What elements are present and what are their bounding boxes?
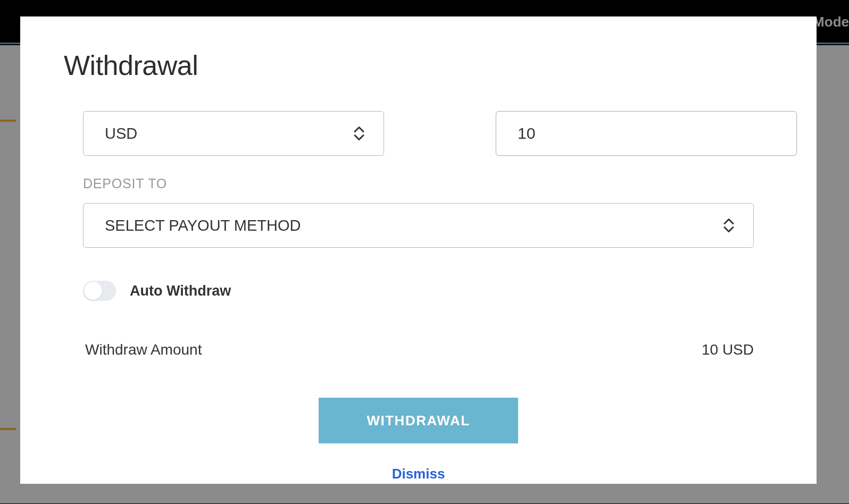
currency-select[interactable]: USD	[83, 111, 384, 156]
withdrawal-modal: Withdrawal USD DEPOSIT TO SELECT PAYOUT …	[20, 16, 817, 484]
amount-input-wrapper	[496, 111, 797, 156]
action-area: WITHDRAWAL Dismiss	[64, 398, 773, 482]
auto-withdraw-toggle[interactable]	[83, 281, 116, 301]
payout-row: SELECT PAYOUT METHOD	[64, 203, 773, 248]
chevron-updown-icon	[723, 218, 735, 233]
withdraw-amount-value: 10 USD	[702, 341, 754, 358]
currency-select-value: USD	[83, 111, 384, 156]
auto-withdraw-row: Auto Withdraw	[64, 281, 773, 301]
currency-amount-row: USD	[64, 111, 773, 156]
payout-method-placeholder: SELECT PAYOUT METHOD	[83, 203, 754, 248]
withdraw-amount-label: Withdraw Amount	[85, 341, 202, 358]
chevron-updown-icon	[353, 126, 365, 141]
payout-method-select[interactable]: SELECT PAYOUT METHOD	[83, 203, 754, 248]
withdrawal-button[interactable]: WITHDRAWAL	[319, 398, 518, 443]
amount-input[interactable]	[496, 111, 797, 156]
auto-withdraw-label: Auto Withdraw	[130, 283, 231, 299]
modal-title: Withdrawal	[64, 49, 773, 81]
toggle-knob	[84, 282, 102, 300]
deposit-to-label: DEPOSIT TO	[64, 176, 773, 191]
summary-row: Withdraw Amount 10 USD	[64, 341, 773, 358]
dismiss-link[interactable]: Dismiss	[392, 466, 445, 482]
